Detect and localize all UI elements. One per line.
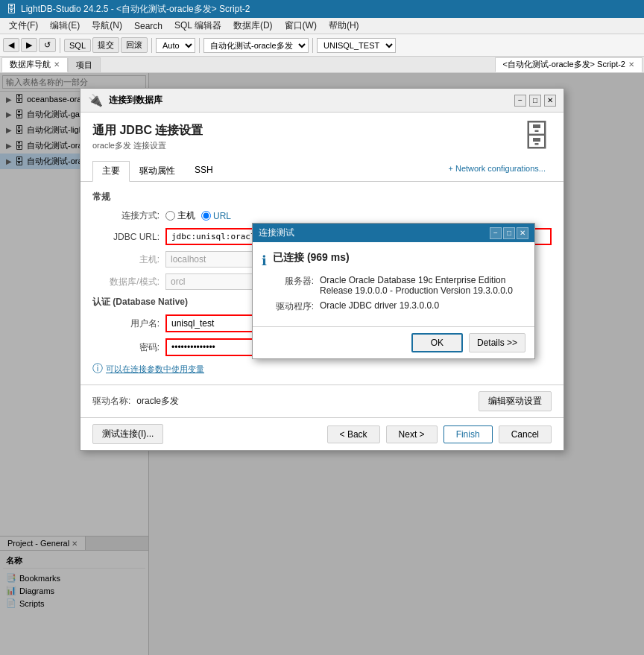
pass-label: 密码: <box>92 341 160 354</box>
dialog-tabs: 主要 驱动属性 SSH + Network configurations... <box>80 161 564 182</box>
toolbar-db-select[interactable]: 自动化测试-oracle多发 <box>203 38 309 53</box>
conn-dialog: 🔌 连接到数据库 − □ ✕ 通用 JDBC 连接设置 oracle多发 连接设… <box>80 88 564 451</box>
tab-db-nav[interactable]: 数据库导航 ✕ <box>1 57 68 72</box>
toolbar-back-btn[interactable]: ◀ <box>3 38 19 52</box>
jdbc-url-label: JDBC URL: <box>92 232 160 242</box>
test-dialog-minimize[interactable]: − <box>490 227 502 239</box>
host-label: 主机: <box>92 253 160 266</box>
toolbar-sep-4 <box>312 38 313 53</box>
edit-driver-btn[interactable]: 编辑驱动设置 <box>479 391 552 411</box>
radio-host[interactable]: 主机 <box>165 209 195 222</box>
menu-search[interactable]: Search <box>128 19 168 33</box>
dialog-header-left: 通用 JDBC 连接设置 oracle多发 连接设置 <box>92 123 203 151</box>
app-title: LightDB-Studio 24.2.5 - <自动化测试-oracle多发>… <box>21 3 250 16</box>
dialog-bottom-bar: 测试连接(I)... < Back Next > Finish Cancel <box>80 417 564 450</box>
finish-btn[interactable]: Finish <box>443 425 493 443</box>
toolbar-rollback-btn[interactable]: 回滚 <box>121 37 148 53</box>
title-bar: 🗄 LightDB-Studio 24.2.5 - <自动化测试-oracle多… <box>0 0 644 18</box>
dialog-maximize-btn[interactable]: □ <box>529 95 541 107</box>
dialog-header-subtitle: oracle多发 连接设置 <box>92 140 203 151</box>
test-driver-row: 驱动程序: Oracle JDBC driver 19.3.0.0.0 <box>262 300 525 313</box>
footer-driver-label: 驱动名称: <box>92 395 130 408</box>
toolbar-refresh-btn[interactable]: ↺ <box>39 38 56 52</box>
test-server-value: Oracle Oracle Database 19c Enterprise Ed… <box>320 275 525 296</box>
toolbar-sep-1 <box>60 38 60 53</box>
test-dialog-close[interactable]: ✕ <box>517 227 528 239</box>
test-dialog-body: ℹ 已连接 (969 ms) 服务器: Oracle Oracle Databa… <box>253 242 534 326</box>
dialog-network-config[interactable]: + Network configurations... <box>442 161 552 181</box>
db-label: 数据库/模式: <box>92 276 160 288</box>
tab-script-close[interactable]: ✕ <box>628 60 634 69</box>
radio-url[interactable]: URL <box>201 211 231 221</box>
tab-db-nav-label: 数据库导航 <box>10 59 51 70</box>
cancel-btn[interactable]: Cancel <box>499 425 552 443</box>
hint-icon: ⓘ <box>92 362 103 376</box>
test-details-btn[interactable]: Details >> <box>469 333 525 352</box>
tab-db-nav-close[interactable]: ✕ <box>54 60 60 69</box>
footer-driver-value: oracle多发 <box>136 395 179 408</box>
test-connected-row: ℹ 已连接 (969 ms) <box>262 251 525 269</box>
user-label: 用户名: <box>92 317 160 330</box>
tab-project-label: 项目 <box>76 60 92 71</box>
test-dialog-footer: OK Details >> <box>253 326 534 358</box>
dialog-tab-ssh[interactable]: SSH <box>185 161 223 181</box>
dialog-footer: 驱动名称: oracle多发 编辑驱动设置 <box>80 385 564 417</box>
toolbar-sep-3 <box>199 38 200 53</box>
menu-edit[interactable]: 编辑(E) <box>44 18 86 34</box>
dialog-minimize-btn[interactable]: − <box>514 95 526 107</box>
test-dialog: 连接测试 − □ ✕ ℹ 已连接 (969 ms) 服务器: Oracle Or… <box>252 223 535 359</box>
test-conn-btn[interactable]: 测试连接(I)... <box>92 424 163 444</box>
dialog-close-btn[interactable]: ✕ <box>544 95 556 107</box>
radio-host-input[interactable] <box>165 211 175 221</box>
radio-url-label: URL <box>213 211 231 221</box>
menu-nav[interactable]: 导航(N) <box>86 18 128 34</box>
modal-overlay: 🔌 连接到数据库 − □ ✕ 通用 JDBC 连接设置 oracle多发 连接设… <box>0 73 644 655</box>
toolbar-sep-2 <box>151 38 152 53</box>
test-driver-value: Oracle JDBC driver 19.3.0.0.0 <box>320 300 525 313</box>
main-area: ▶ 🗄 oceanbase-oracle ▶ 🗄 自动化测试-gaussdb ▶… <box>0 73 644 655</box>
test-dialog-title-label: 连接测试 <box>259 227 294 239</box>
dialog-db-icon: 🗄 <box>522 120 552 154</box>
menu-window[interactable]: 窗口(W) <box>279 18 323 34</box>
toolbar-table-select[interactable]: UNISQL_TEST <box>317 38 396 53</box>
menu-file[interactable]: 文件(F) <box>3 18 44 34</box>
tab-script-label: <自动化测试-oracle多发> Script-2 <box>503 59 625 70</box>
hint-link[interactable]: 可以在连接参数中使用变量 <box>106 364 204 375</box>
menu-db[interactable]: 数据库(D) <box>227 18 279 34</box>
test-driver-label: 驱动程序: <box>262 300 314 313</box>
radio-url-input[interactable] <box>201 211 211 221</box>
tab-script[interactable]: <自动化测试-oracle多发> Script-2 ✕ <box>495 57 643 72</box>
test-dialog-title-bar: 连接测试 − □ ✕ <box>253 224 534 242</box>
section-general-label: 常规 <box>92 191 552 203</box>
tab-bar-top: 数据库导航 ✕ 项目 <自动化测试-oracle多发> Script-2 ✕ <box>0 57 644 73</box>
test-dialog-win-btns: − □ ✕ <box>490 227 528 239</box>
test-ok-btn[interactable]: OK <box>411 333 463 352</box>
menu-sql[interactable]: SQL 编辑器 <box>168 18 227 34</box>
toolbar-auto-select[interactable]: Auto <box>156 38 195 53</box>
form-row-conn-type: 连接方式: 主机 URL <box>92 209 552 222</box>
info-icon: ℹ <box>262 253 267 269</box>
test-dialog-maximize[interactable]: □ <box>503 227 515 239</box>
tab-project[interactable]: 项目 <box>68 57 101 72</box>
dialog-tab-main[interactable]: 主要 <box>92 161 130 182</box>
app-icon: 🗄 <box>6 3 16 15</box>
menu-help[interactable]: 帮助(H) <box>323 18 365 34</box>
test-server-row: 服务器: Oracle Oracle Database 19c Enterpri… <box>262 275 525 296</box>
dialog-title-left: 🔌 连接到数据库 <box>88 93 162 107</box>
toolbar-sql-btn[interactable]: SQL <box>64 39 91 52</box>
dialog-tab-driver[interactable]: 驱动属性 <box>130 161 185 181</box>
dialog-title-text: 连接到数据库 <box>109 94 162 107</box>
next-btn[interactable]: Next > <box>386 425 438 443</box>
dialog-title-bar: 🔌 连接到数据库 − □ ✕ <box>80 89 564 113</box>
toolbar-submit-btn[interactable]: 提交 <box>92 37 119 53</box>
toolbar-forward-btn[interactable]: ▶ <box>21 38 37 52</box>
radio-host-label: 主机 <box>177 209 195 222</box>
dialog-title-icon: 🔌 <box>88 93 103 107</box>
test-server-label: 服务器: <box>262 275 314 296</box>
dialog-header: 通用 JDBC 连接设置 oracle多发 连接设置 🗄 <box>80 113 564 161</box>
conn-type-label: 连接方式: <box>92 209 160 222</box>
toolbar: ◀ ▶ ↺ SQL 提交 回滚 Auto 自动化测试-oracle多发 UNIS… <box>0 34 644 57</box>
test-connected-label: 已连接 (969 ms) <box>273 251 350 265</box>
back-btn[interactable]: < Back <box>327 425 380 443</box>
conn-type-group: 主机 URL <box>165 209 231 222</box>
